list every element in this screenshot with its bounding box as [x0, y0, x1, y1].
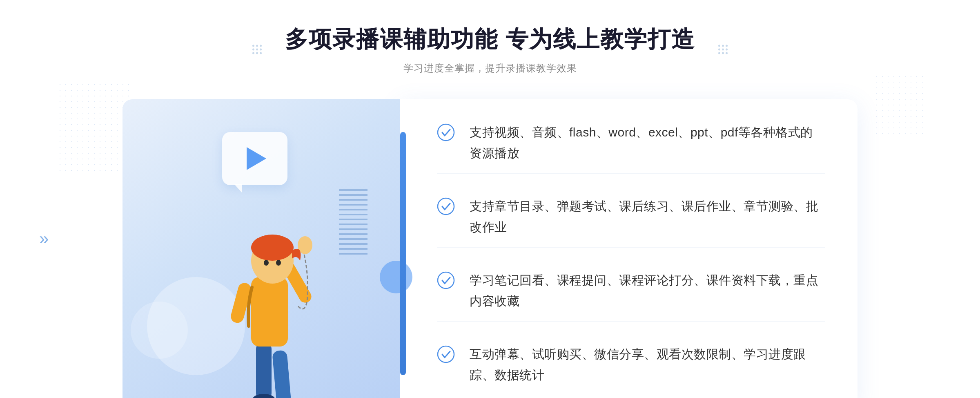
features-card: 支持视频、音频、flash、word、excel、ppt、pdf等各种格式的资源…: [400, 99, 858, 398]
feature-item-3: 学习笔记回看、课程提问、课程评论打分、课件资料下载，重点内容收藏: [437, 260, 825, 322]
feature-text-2: 支持章节目录、弹题考试、课后练习、课后作业、章节测验、批改作业: [470, 196, 825, 237]
feature-text-1: 支持视频、音频、flash、word、excel、ppt、pdf等各种格式的资源…: [470, 122, 825, 163]
svg-rect-0: [256, 342, 272, 398]
svg-point-9: [251, 235, 294, 261]
check-icon-1: [437, 123, 455, 141]
feature-item-1: 支持视频、音频、flash、word、excel、ppt、pdf等各种格式的资源…: [437, 122, 825, 174]
play-bubble: [222, 132, 287, 185]
chevron-decoration: »: [39, 229, 49, 248]
svg-rect-4: [251, 277, 288, 347]
check-icon-3: [437, 271, 455, 289]
header-dots-right: [718, 45, 728, 54]
main-content: 支持视频、音频、flash、word、excel、ppt、pdf等各种格式的资源…: [122, 99, 858, 398]
svg-rect-1: [272, 350, 291, 398]
feature-text-3: 学习笔记回看、课程提问、课程评论打分、课件资料下载，重点内容收藏: [470, 270, 825, 311]
dots-decoration-right: [874, 74, 923, 139]
svg-point-12: [438, 124, 454, 141]
blue-accent-strip: [400, 132, 406, 375]
svg-point-14: [438, 272, 454, 288]
header-section: 多项录播课辅助功能 专为线上教学打造 学习进度全掌握，提升录播课教学效果: [285, 25, 695, 75]
svg-point-2: [252, 394, 275, 398]
circle-small-blue-decor: [380, 261, 412, 293]
svg-point-15: [438, 346, 454, 362]
play-icon: [247, 147, 266, 170]
svg-point-13: [438, 198, 454, 215]
stripes-decoration: [339, 189, 368, 255]
feature-text-4: 互动弹幕、试听购买、微信分享、观看次数限制、学习进度跟踪、数据统计: [470, 344, 825, 385]
dots-decoration-left: [57, 82, 131, 172]
feature-item-4: 互动弹幕、试听购买、微信分享、观看次数限制、学习进度跟踪、数据统计: [437, 334, 825, 385]
human-figure-illustration: [199, 179, 338, 398]
svg-point-10: [264, 260, 269, 266]
check-icon-4: [437, 345, 455, 363]
page-wrapper: » 多项录播课辅助功能 专为线上教学打造 学习进度全掌握，提升录播课教学效果: [0, 0, 980, 398]
svg-point-11: [276, 260, 281, 266]
circle-medium-decor: [131, 302, 188, 359]
check-icon-2: [437, 197, 455, 215]
illustration-box: [122, 99, 400, 398]
header-dots-left: [252, 45, 262, 54]
feature-item-2: 支持章节目录、弹题考试、课后练习、课后作业、章节测验、批改作业: [437, 186, 825, 248]
main-title: 多项录播课辅助功能 专为线上教学打造: [285, 25, 695, 54]
subtitle: 学习进度全掌握，提升录播课教学效果: [285, 62, 695, 75]
